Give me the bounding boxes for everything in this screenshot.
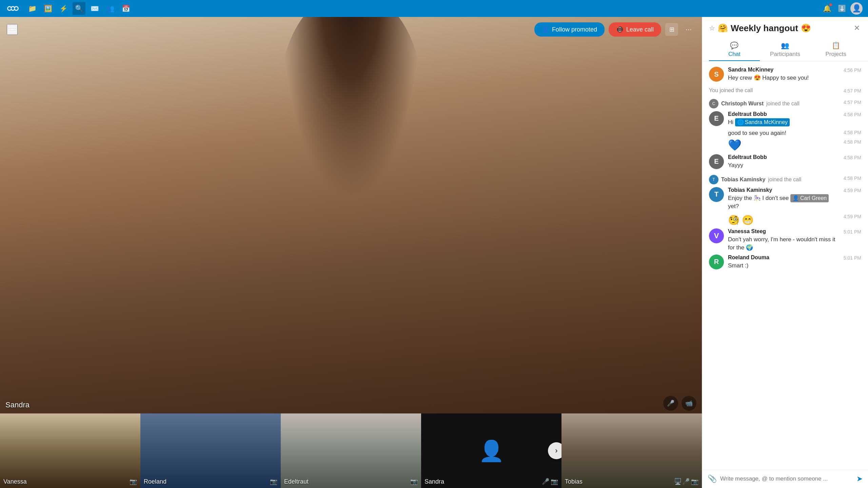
menu-button[interactable] (7, 24, 18, 35)
msg-time-edeltraut-1: 4:58 PM (844, 111, 861, 117)
system-msg-text: You joined the call (709, 87, 753, 94)
search-icon[interactable]: 🔍 (73, 2, 85, 15)
tab-chat-label: Chat (728, 51, 741, 58)
contacts-icon[interactable]: 👥 (104, 2, 117, 15)
more-options-button[interactable]: ··· (682, 23, 695, 36)
chat-title-emoji: 😍 (801, 23, 811, 33)
main-content: 👤 Follow promoted 📵 Leave call ⊞ ··· (0, 17, 868, 488)
leave-call-label: Leave call (626, 26, 654, 33)
thumbnail-video-icon-roeland: 📷 (270, 478, 277, 485)
emoji-row-tobias: 🧐 😁 4:59 PM (728, 213, 861, 226)
tab-projects[interactable]: 📋 Projects (810, 38, 861, 61)
hamburger-line-1 (8, 27, 16, 27)
avatar-edeltraut-1: E (709, 111, 724, 126)
nextcloud-logo[interactable] (5, 1, 20, 16)
mention-icon: 🌐 (737, 119, 744, 126)
thumbnail-mic-icon-tobias: 🎤 (682, 478, 690, 485)
user-avatar[interactable]: 👤 (850, 2, 863, 15)
tobias-joined-text: joined the call (768, 177, 801, 183)
leave-call-button[interactable]: 📵 Leave call (609, 22, 661, 37)
msg-text-roeland: Smart :) (728, 262, 840, 270)
files-icon[interactable]: 📁 (26, 2, 39, 15)
star-icon[interactable]: ☆ (709, 24, 715, 32)
thumbnail-label-tobias: Tobias (565, 478, 583, 485)
topbar: 📁 🖼️ ⚡ 🔍 ✉️ 👥 📅 🔔 ⬇️ 👤 (0, 0, 868, 17)
msg-sender-vanessa: Vanessa Steeg (728, 228, 840, 235)
mail-icon[interactable]: ✉️ (88, 2, 101, 15)
grid-view-button[interactable]: ⊞ (665, 23, 678, 36)
thumbnail-vanessa[interactable]: Vanessa 📷 (0, 413, 140, 488)
camera-button[interactable]: 📹 (682, 396, 696, 411)
photos-icon[interactable]: 🖼️ (41, 2, 54, 15)
video-area: 👤 Follow promoted 📵 Leave call ⊞ ··· (0, 17, 702, 488)
heart-emoji: 💙 (728, 139, 742, 151)
message-group-edeltraut-1: E Edeltraut Bobb Hi 🌐 Sandra McKinney 4:… (709, 111, 861, 126)
screen-share-icon-tobias: 🖥️ (674, 478, 682, 485)
avatar-christoph-small: C (709, 99, 718, 108)
thumbnail-tobias[interactable]: Tobias 🎤 📷 🖥️ (561, 413, 702, 488)
svg-point-3 (8, 7, 11, 10)
tab-participants-label: Participants (770, 51, 800, 58)
avatar-sandra: S (709, 67, 724, 82)
topbar-right: 🔔 ⬇️ 👤 (821, 2, 863, 15)
follow-icon: 👤 (542, 26, 549, 33)
attach-button[interactable]: 📎 (708, 474, 717, 483)
msg-text-edeltraut-2: Yayyy (728, 161, 840, 169)
emoji-monocle: 🧐 (728, 215, 740, 226)
thumbnail-label-sandra: Sandra (425, 478, 444, 485)
follow-promoted-button[interactable]: 👤 Follow promoted (534, 22, 605, 37)
message-input[interactable] (720, 475, 853, 482)
message-group-vanessa: V Vanessa Steeg Don't yah worry, I'm her… (709, 228, 861, 252)
download-icon[interactable]: ⬇️ (835, 2, 848, 15)
thumbnail-video-icon-sandra: 📷 (551, 478, 558, 485)
thumbnail-video-icon-vanessa: 📷 (130, 478, 137, 485)
main-video-background (0, 17, 702, 413)
thumbnail-mic-icon-sandra: 🎤 (542, 478, 549, 485)
msg-sender-edeltraut-2: Edeltraut Bobb (728, 154, 840, 160)
tobias-joined-time: 4:58 PM (844, 175, 861, 181)
tobias-name: Tobias Kaminsky (721, 177, 765, 183)
msg-text-good: good to see you again! (728, 129, 786, 137)
notification-bell-icon[interactable]: 🔔 (821, 2, 833, 15)
calendar-icon[interactable]: 📅 (119, 2, 132, 15)
msg-text-tobias-1: Enjoy the 🎠 I don't see 👤 Carl Green yet… (728, 194, 840, 210)
tab-projects-label: Projects (825, 51, 846, 58)
msg-heart-row: 💙 4:58 PM (728, 139, 861, 151)
thumbnail-sandra[interactable]: 👤 Sandra 🎤 📷 › (421, 413, 561, 488)
christoph-joined-content: C Christoph Wurst joined the call (709, 99, 800, 108)
avatar-edeltraut-2: E (709, 154, 724, 169)
tab-chat[interactable]: 💬 Chat (709, 38, 760, 61)
msg-sender-tobias-1: Tobias Kaminsky (728, 187, 840, 193)
main-video-label: Sandra (5, 401, 29, 409)
chat-messages: S Sandra McKinney Hey crew 😍 Happy to se… (702, 61, 868, 469)
close-chat-button[interactable]: ✕ (852, 22, 861, 34)
christoph-joined-time: 4:57 PM (844, 99, 861, 105)
system-msg-joined: You joined the call 4:57 PM (709, 87, 861, 94)
msg-text-edeltraut-1: Hi 🌐 Sandra McKinney (728, 118, 840, 126)
avatar-tobias-small: T (709, 175, 718, 184)
message-group-1: S Sandra McKinney Hey crew 😍 Happy to se… (709, 67, 861, 82)
thumbnail-roeland[interactable]: Roeland 📷 (140, 413, 281, 488)
msg-time-emoji-row: 4:59 PM (844, 213, 861, 219)
msg-time-roeland: 5:01 PM (844, 255, 861, 261)
participants-tab-icon: 👥 (781, 41, 789, 49)
svg-point-5 (15, 7, 18, 10)
message-group-edeltraut-2: E Edeltraut Bobb Yayyy 4:58 PM (709, 154, 861, 169)
tab-participants[interactable]: 👥 Participants (760, 38, 811, 61)
microphone-button[interactable]: 🎤 (663, 396, 678, 411)
send-button[interactable]: ➤ (856, 474, 863, 483)
msg-sender-edeltraut-1: Edeltraut Bobb (728, 111, 840, 117)
chat-title-row: ☆ 🤗 Weekly hangout 😍 ✕ (709, 22, 861, 34)
next-thumbnail-button[interactable]: › (548, 442, 561, 459)
thumbnail-video-icon-edeltraut: 📷 (410, 478, 418, 485)
christoph-joined-row: C Christoph Wurst joined the call 4:57 P… (709, 99, 861, 108)
activity-icon[interactable]: ⚡ (57, 2, 70, 15)
chat-tabs: 💬 Chat 👥 Participants 📋 Projects (709, 38, 861, 61)
msg-content-vanessa: Vanessa Steeg Don't yah worry, I'm here … (728, 228, 840, 252)
chat-header: ☆ 🤗 Weekly hangout 😍 ✕ 💬 Chat 👥 Particip… (702, 17, 868, 61)
notification-dot (829, 3, 832, 6)
msg-sender-roeland: Roeland Douma (728, 255, 840, 261)
thumbnail-edeltraut[interactable]: Edeltraut 📷 (281, 413, 421, 488)
video-action-buttons: 👤 Follow promoted 📵 Leave call ⊞ ··· (534, 22, 695, 37)
chat-panel: ☆ 🤗 Weekly hangout 😍 ✕ 💬 Chat 👥 Particip… (702, 17, 868, 488)
